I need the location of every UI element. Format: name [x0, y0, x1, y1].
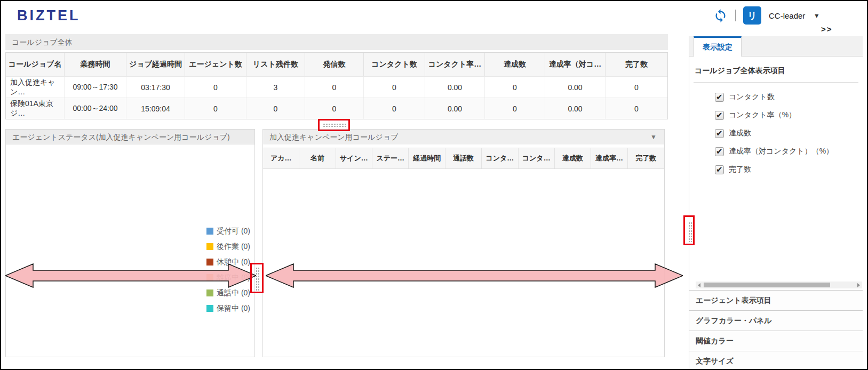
- accordion-graph-color-panel[interactable]: グラフカラー・パネル: [689, 310, 863, 331]
- checkbox-label: コンタクト率（%）: [729, 110, 796, 120]
- legend-label: 受付可 (0): [217, 227, 250, 236]
- cell: 0: [305, 77, 364, 98]
- scroll-right-arrow-icon[interactable]: [857, 283, 860, 287]
- legend-item: 離席中 (0): [206, 270, 250, 285]
- legend-label: 通話中 (0): [217, 288, 250, 298]
- legend-label: 保留中 (0): [217, 304, 250, 313]
- cell: 00:00～24:00: [65, 98, 126, 119]
- col-header: リスト残件数: [246, 53, 305, 76]
- legend-label: 離席中 (0): [217, 273, 250, 283]
- cell: 0.00: [545, 77, 606, 98]
- checkbox-contact-count[interactable]: コンタクト数: [715, 88, 863, 106]
- cell: 0: [485, 77, 545, 98]
- col-header: 達成数: [555, 148, 591, 168]
- calljob-overall-title: コールジョブ全体: [5, 34, 668, 50]
- checkbox-completed-count[interactable]: 完了数: [715, 160, 863, 179]
- job-table-empty-body: [263, 169, 664, 357]
- legend-swatch: [206, 228, 213, 235]
- checkbox-achieved-rate[interactable]: 達成率（対コンタクト）（%）: [715, 142, 863, 160]
- col-header: 達成率…: [591, 148, 627, 168]
- checkbox-icon[interactable]: [715, 147, 724, 156]
- biztel-dashboard: BIZTEL リ CC-leader ▾ >> コールジョブ全体 コールジョブ名…: [0, 0, 868, 370]
- sidebar-section-title: コールジョブ全体表示項目: [694, 61, 858, 83]
- accordion-threshold-color[interactable]: 閾値カラー: [689, 331, 863, 351]
- checkbox-contact-rate[interactable]: コンタクト率（%）: [715, 106, 863, 124]
- cell: 0: [305, 98, 364, 119]
- legend-swatch: [206, 243, 213, 250]
- col-header: コールジョブ名: [6, 53, 65, 76]
- col-header: 通話数: [445, 148, 482, 168]
- cell: 0: [364, 77, 425, 98]
- cell: 0: [485, 98, 545, 119]
- refresh-icon[interactable]: [713, 9, 728, 23]
- vertical-splitter-handle-left[interactable]: [256, 267, 260, 291]
- checkbox-achieved-count[interactable]: 達成数: [715, 124, 863, 142]
- col-header: 完了数: [606, 53, 667, 76]
- table-header-row: コールジョブ名 業務時間 ジョブ経過時間 エージェント数 リスト残件数 発信数 …: [6, 53, 667, 76]
- user-name[interactable]: CC-leader: [769, 11, 805, 20]
- header-actions: リ CC-leader ▾: [713, 5, 818, 26]
- checkbox-icon[interactable]: [715, 165, 724, 174]
- checkbox-icon[interactable]: [715, 111, 724, 120]
- legend-item: 休憩中 (0): [206, 254, 250, 270]
- col-header: ステー…: [372, 148, 409, 168]
- vertical-splitter-handle-right[interactable]: [688, 222, 692, 242]
- scrollbar-track[interactable]: [703, 282, 855, 288]
- cell: 0.00: [425, 98, 485, 119]
- agent-status-legend: 受付可 (0) 後作業 (0) 休憩中 (0) 離席中 (0) 通話中 (0) …: [206, 223, 250, 316]
- scrollbar-thumb[interactable]: [704, 283, 830, 287]
- job-detail-titlebar: 加入促進キャンペーン用コールジョブ ▼: [263, 130, 664, 144]
- table-row[interactable]: 加入促進キャン… 09:00～17:30 03:17:30 0 3 0 0 0.…: [6, 76, 667, 98]
- cell: 03:17:30: [126, 77, 185, 98]
- cell: 0: [606, 98, 667, 119]
- cell: 0: [246, 98, 305, 119]
- header-divider: [735, 10, 736, 21]
- calljob-overall-table: コールジョブ名 業務時間 ジョブ経過時間 エージェント数 リスト残件数 発信数 …: [5, 52, 668, 119]
- cell: 0: [606, 77, 667, 98]
- sidebar-collapse-button[interactable]: >>: [821, 25, 833, 34]
- col-header: サイン…: [336, 148, 372, 168]
- cell: 保険01A東京ジ…: [6, 98, 65, 119]
- cell: 09:00～17:30: [65, 77, 126, 98]
- accordion-agent-display-items[interactable]: エージェント表示項目: [689, 290, 863, 310]
- panel-dropdown-icon[interactable]: ▼: [650, 130, 657, 144]
- col-header: 発信数: [305, 53, 364, 76]
- tab-display-settings[interactable]: 表示設定: [694, 36, 742, 57]
- cell: 0.00: [425, 77, 485, 98]
- cell: 15:09:04: [126, 98, 185, 119]
- col-header: 経過時間: [409, 148, 445, 168]
- job-table-header-row: アカ… 名前 サイン… ステー… 経過時間 通話数 コンタ… コンタ… 達成数 …: [263, 148, 664, 169]
- col-header: コンタ…: [482, 148, 518, 168]
- accordion-font-size[interactable]: 文字サイズ: [689, 351, 863, 370]
- table-row[interactable]: 保険01A東京ジ… 00:00～24:00 15:09:04 0 0 0 0 0…: [6, 98, 667, 119]
- legend-label: 後作業 (0): [217, 242, 250, 252]
- avatar[interactable]: リ: [743, 6, 761, 25]
- legend-swatch: [206, 305, 213, 312]
- legend-swatch: [206, 274, 213, 281]
- legend-item: 受付可 (0): [206, 223, 250, 239]
- checkbox-label: コンタクト数: [729, 92, 775, 102]
- chevron-down-icon[interactable]: ▾: [813, 11, 818, 20]
- col-header: 完了数: [628, 148, 664, 168]
- display-item-checkboxes: コンタクト数 コンタクト率（%） 達成数 達成率（対コンタクト）（%） 完了数: [689, 83, 863, 179]
- checkbox-icon[interactable]: [715, 93, 724, 102]
- col-header: 名前: [299, 148, 336, 168]
- legend-swatch: [206, 259, 213, 266]
- settings-sidebar: 表示設定 コールジョブ全体表示項目 コンタクト数 コンタクト率（%） 達成数 達…: [689, 36, 863, 370]
- col-header: エージェント数: [185, 53, 246, 76]
- cell: 0: [185, 98, 246, 119]
- agent-status-panel: エージェントステータス(加入促進キャンペーン用コールジョブ) 受付可 (0) 後…: [5, 129, 255, 357]
- col-header: コンタ…: [519, 148, 555, 168]
- job-detail-title: 加入促進キャンペーン用コールジョブ: [269, 130, 398, 144]
- col-header: 達成数: [485, 53, 545, 76]
- col-header: コンタクト率…: [425, 53, 485, 76]
- scroll-left-arrow-icon[interactable]: [698, 283, 700, 287]
- col-header: ジョブ経過時間: [126, 53, 185, 76]
- horizontal-splitter-handle[interactable]: [323, 123, 347, 127]
- calljob-overall-section: コールジョブ全体 コールジョブ名 業務時間 ジョブ経過時間 エージェント数 リス…: [5, 34, 668, 119]
- checkbox-icon[interactable]: [715, 129, 724, 138]
- legend-label: 休憩中 (0): [217, 258, 250, 267]
- col-header: アカ…: [263, 148, 299, 168]
- biztel-logo: BIZTEL: [17, 7, 81, 24]
- sidebar-horizontal-scrollbar[interactable]: [696, 281, 862, 288]
